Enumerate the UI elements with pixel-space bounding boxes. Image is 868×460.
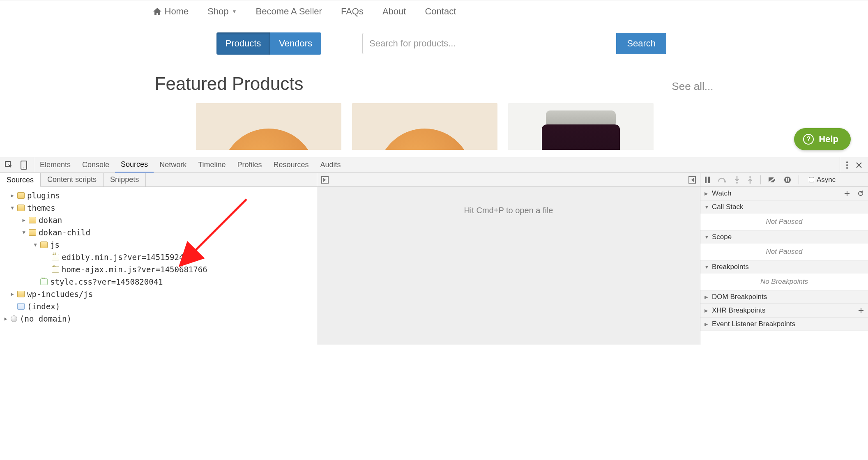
product-card[interactable] bbox=[508, 103, 654, 150]
home-icon bbox=[153, 8, 161, 15]
main-nav: Home Shop ▼ Become A Seller FAQs About C… bbox=[151, 0, 718, 23]
product-row bbox=[151, 103, 718, 150]
product-card[interactable] bbox=[352, 103, 497, 150]
caret-down-icon: ▼ bbox=[232, 9, 237, 14]
nav-about[interactable]: About bbox=[382, 6, 406, 17]
nav-contact[interactable]: Contact bbox=[425, 6, 456, 17]
help-button[interactable]: ? Help bbox=[794, 128, 851, 150]
search-form: Search bbox=[362, 33, 666, 54]
search-button[interactable]: Search bbox=[616, 33, 666, 54]
nav-home-label: Home bbox=[165, 6, 189, 17]
website-area: Home Shop ▼ Become A Seller FAQs About C… bbox=[0, 0, 868, 150]
search-row: Products Vendors Search bbox=[151, 23, 718, 66]
segment-products[interactable]: Products bbox=[216, 32, 270, 55]
featured-header: Featured Products See all... bbox=[151, 66, 718, 103]
featured-title: Featured Products bbox=[155, 74, 304, 94]
question-icon: ? bbox=[803, 134, 814, 145]
nav-shop[interactable]: Shop ▼ bbox=[207, 6, 237, 17]
search-input[interactable] bbox=[362, 33, 616, 54]
product-card[interactable] bbox=[196, 103, 341, 150]
nav-become-seller[interactable]: Become A Seller bbox=[256, 6, 322, 17]
segment-vendors[interactable]: Vendors bbox=[270, 32, 321, 55]
see-all-link[interactable]: See all... bbox=[672, 80, 713, 93]
search-scope-toggle: Products Vendors bbox=[216, 32, 322, 55]
nav-faqs[interactable]: FAQs bbox=[341, 6, 364, 17]
nav-home[interactable]: Home bbox=[153, 6, 189, 17]
nav-shop-label: Shop bbox=[207, 6, 228, 17]
help-label: Help bbox=[819, 134, 838, 145]
